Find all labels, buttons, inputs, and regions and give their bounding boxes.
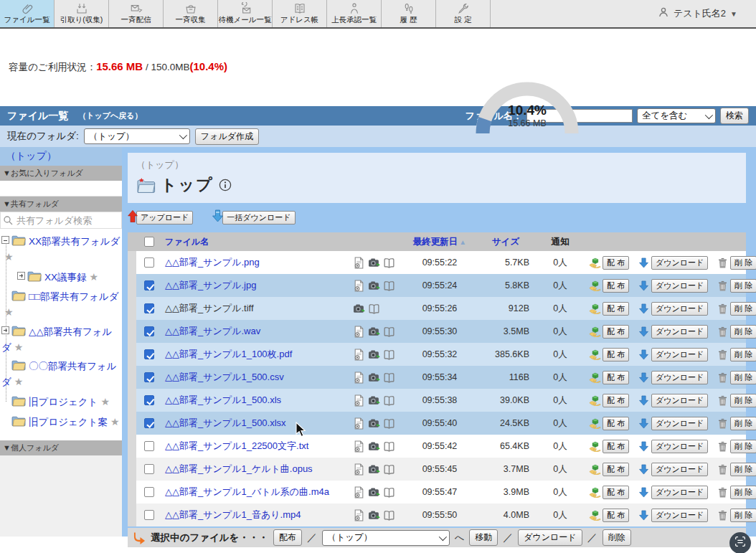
- book-icon[interactable]: [383, 486, 395, 498]
- row-distribute-button[interactable]: 配 布: [603, 463, 629, 476]
- camera-icon[interactable]: [368, 257, 380, 269]
- row-distribute-button[interactable]: 配 布: [603, 325, 629, 339]
- row-download-button[interactable]: ダウンロード: [651, 463, 708, 476]
- shared-section-header[interactable]: ▼共有フォルダ: [0, 197, 122, 212]
- doc-icon[interactable]: [353, 417, 365, 430]
- tree-item-4[interactable]: △△部署共有フォルダ★: [1, 325, 121, 356]
- search-filter-select[interactable]: 全てを含む: [637, 108, 716, 123]
- row-delete-button[interactable]: 削 除: [730, 302, 756, 316]
- sidebar-top-link[interactable]: （トップ）: [0, 147, 122, 166]
- tree-item-3[interactable]: □□部署共有フォルダ★: [1, 290, 121, 321]
- toolbar-tab-4[interactable]: 一斉収集: [164, 0, 218, 27]
- doc-icon[interactable]: [353, 257, 365, 269]
- row-distribute-button[interactable]: 配 布: [603, 509, 629, 522]
- toolbar-tab-5[interactable]: 待機メール一覧: [218, 0, 273, 27]
- toolbar-tab-1[interactable]: ファイル一覧: [0, 0, 55, 27]
- tree-folder-link[interactable]: 旧プロジェクト: [29, 397, 98, 407]
- row-delete-button[interactable]: 削 除: [730, 463, 756, 476]
- file-name-link[interactable]: △△部署_サンプル.png: [165, 257, 260, 268]
- book-icon[interactable]: [383, 257, 395, 269]
- book-icon[interactable]: [383, 326, 395, 338]
- current-folder-select[interactable]: （トップ）: [84, 128, 190, 144]
- row-checkbox[interactable]: [136, 257, 162, 268]
- row-distribute-button[interactable]: 配 布: [603, 279, 629, 293]
- row-checkbox[interactable]: [136, 510, 162, 520]
- toolbar-tab-2[interactable]: 引取り(収集): [55, 0, 109, 27]
- user-menu[interactable]: テスト氏名2 ▼: [658, 0, 756, 27]
- file-name-link[interactable]: △△部署_サンプル1_バトル系の曲.m4a: [165, 486, 329, 497]
- doc-icon[interactable]: [353, 509, 365, 521]
- favorite-star-icon[interactable]: ★: [100, 396, 110, 407]
- doc-icon[interactable]: [353, 326, 365, 338]
- file-name-link[interactable]: △△部署_サンプル1_500.csv: [165, 372, 284, 382]
- doc-icon[interactable]: [353, 280, 365, 292]
- favorite-star-icon[interactable]: ★: [90, 271, 99, 283]
- expand-icon[interactable]: [17, 272, 25, 280]
- camera-icon[interactable]: [368, 509, 380, 521]
- favorites-section-header[interactable]: ▼お気に入りフォルダ: [0, 166, 122, 181]
- header-updated[interactable]: 最終更新日▲: [406, 236, 473, 248]
- book-icon[interactable]: [383, 372, 395, 384]
- row-delete-button[interactable]: 削 除: [730, 279, 756, 293]
- book-icon[interactable]: [383, 440, 395, 453]
- row-download-button[interactable]: ダウンロード: [651, 302, 708, 316]
- camera-icon[interactable]: [368, 440, 380, 453]
- doc-icon[interactable]: [353, 463, 365, 476]
- book-icon[interactable]: [383, 509, 395, 521]
- camera-icon[interactable]: [368, 417, 380, 430]
- row-delete-button[interactable]: 削 除: [730, 394, 756, 407]
- tree-folder-link[interactable]: XX議事録: [44, 272, 87, 283]
- bulk-download-button[interactable]: 一括ダウンロード: [222, 211, 295, 224]
- tree-folder-link[interactable]: XX部署共有フォルダ: [29, 236, 120, 247]
- row-checkbox[interactable]: [136, 280, 162, 290]
- row-delete-button[interactable]: 削 除: [730, 417, 756, 430]
- sidebar-top-link-text[interactable]: （トップ）: [6, 150, 57, 161]
- file-name-link[interactable]: △△部署_サンプル1_ケルト曲.opus: [165, 463, 313, 474]
- camera-icon[interactable]: [368, 486, 380, 498]
- row-download-button[interactable]: ダウンロード: [651, 394, 708, 407]
- favorite-star-icon[interactable]: ★: [4, 251, 14, 263]
- move-target-select[interactable]: （トップ）: [322, 530, 450, 546]
- header-size[interactable]: サイズ: [473, 236, 538, 248]
- header-file-name[interactable]: ファイル名: [162, 236, 353, 248]
- row-download-button[interactable]: ダウンロード: [651, 279, 708, 293]
- row-download-button[interactable]: ダウンロード: [651, 486, 708, 499]
- tree-item-5[interactable]: 〇〇部署共有フォルダ★: [1, 359, 121, 390]
- row-delete-button[interactable]: 削 除: [730, 348, 756, 361]
- toolbar-tab-7[interactable]: 上長承認一覧: [327, 0, 382, 27]
- row-download-button[interactable]: ダウンロード: [651, 417, 708, 430]
- collapse-icon[interactable]: [1, 236, 9, 244]
- file-name-link[interactable]: △△部署_サンプル1_100枚.pdf: [165, 349, 292, 359]
- row-distribute-button[interactable]: 配 布: [603, 486, 629, 499]
- camera-icon[interactable]: [368, 463, 380, 476]
- tree-item-2[interactable]: XX議事録★: [17, 270, 121, 285]
- row-checkbox[interactable]: [136, 372, 162, 382]
- book-icon[interactable]: [383, 394, 395, 407]
- doc-icon[interactable]: [353, 349, 365, 361]
- row-distribute-button[interactable]: 配 布: [603, 394, 629, 407]
- toolbar-tab-6[interactable]: アドレス帳: [273, 0, 327, 27]
- file-name-link[interactable]: △△部署_サンプル.jpg: [165, 280, 256, 290]
- camera-icon[interactable]: [353, 303, 365, 315]
- file-name-link[interactable]: △△部署_サンプル1_音あり.mp4: [165, 509, 301, 520]
- info-icon[interactable]: [219, 179, 232, 192]
- file-name-link[interactable]: △△部署_サンプル.wav: [165, 326, 260, 336]
- book-icon[interactable]: [383, 349, 395, 361]
- row-distribute-button[interactable]: 配 布: [603, 256, 629, 270]
- toolbar-tab-3[interactable]: 一斉配信: [109, 0, 164, 27]
- camera-icon[interactable]: [368, 280, 380, 292]
- row-delete-button[interactable]: 削 除: [730, 256, 756, 270]
- search-button[interactable]: 検索: [720, 108, 749, 124]
- row-distribute-button[interactable]: 配 布: [603, 348, 629, 361]
- footer-move-button[interactable]: 移動: [469, 529, 498, 546]
- doc-icon[interactable]: [353, 486, 365, 498]
- upload-button[interactable]: アップロード: [136, 211, 193, 224]
- screenshot-fab-button[interactable]: [729, 532, 751, 553]
- row-distribute-button[interactable]: 配 布: [603, 440, 629, 453]
- tree-item-7[interactable]: 旧プロジェクト案★: [1, 415, 121, 430]
- row-download-button[interactable]: ダウンロード: [651, 348, 708, 361]
- row-delete-button[interactable]: 削 除: [730, 440, 756, 453]
- favorite-star-icon[interactable]: ★: [4, 306, 14, 318]
- row-delete-button[interactable]: 削 除: [730, 509, 756, 522]
- row-download-button[interactable]: ダウンロード: [651, 371, 708, 384]
